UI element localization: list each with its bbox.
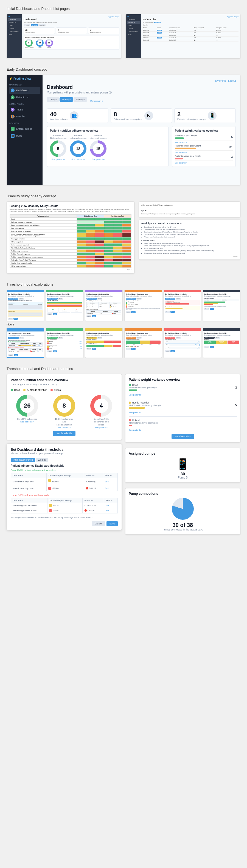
threshold-mini-3: Set Dashboard data thresholds Shows pati…: [85, 290, 123, 321]
my-profile-link[interactable]: My profile: [215, 80, 226, 82]
threshold-footnote: Percentage values between 100% adherence…: [11, 516, 118, 519]
threshold-mini-8: Set Dashboard data thresholds Shows pati…: [46, 328, 83, 358]
variance-good-label: Good: [132, 384, 138, 386]
pump-device-icon: 📱: [176, 458, 190, 470]
variance-goal: Patients at goal weight 5: [175, 134, 233, 141]
variance-under: Patients under goal weight 31: [175, 145, 233, 151]
tab-28days[interactable]: 28 Days: [60, 97, 73, 102]
pump-stat-icon: 📱: [208, 111, 216, 120]
edit-row2[interactable]: Edit: [105, 487, 109, 490]
variance-panel: Patient weight variance overview Patient…: [172, 126, 236, 167]
sidebar-item-hubs[interactable]: ⬛ Hubs: [9, 132, 40, 139]
donut-good-caption: On 100% adherence: [17, 418, 37, 421]
observations-title: Participant's Overall Observations: [141, 222, 238, 225]
tab-7days[interactable]: 7 Days: [47, 97, 59, 102]
see-patients-above[interactable]: See patients ›: [92, 158, 105, 160]
threshold-section1-title: Patient adherence Dashboard thresholds: [11, 464, 118, 467]
cancel-button[interactable]: Cancel: [92, 521, 105, 526]
set-thresholds-btn[interactable]: Set thresholds: [53, 431, 75, 436]
sidebar-item-pumps[interactable]: ⬚ Enteral pumps: [9, 126, 40, 132]
early-dashboard-sidebar: ⚡ Feeding View Main Menu ⌂ Dashboard + P…: [7, 75, 42, 185]
legend-dot-good: [11, 389, 13, 391]
sidebar-item-users[interactable]: 👤 User list: [9, 113, 40, 120]
download-button[interactable]: Download ↓: [90, 100, 103, 102]
edit-row3[interactable]: Edit: [106, 504, 109, 506]
adherence-donut-row: Patients at100% adherence 5 See patients…: [50, 134, 166, 160]
threshold-mini-11: Set Dashboard data thresholds Shows pati…: [164, 328, 201, 358]
legend-dot-critical: [50, 389, 53, 391]
right-panels: Patient weight variance overview Good 5%…: [125, 374, 240, 535]
time-tabs: 7 Days 28 Days 90 Days: [47, 97, 87, 102]
adherence-overview-panel: Patient nutrition adherence overview Dat…: [7, 374, 122, 440]
early-dashboard-mockup: ⚡ Feeding View Main Menu ⌂ Dashboard + P…: [7, 75, 240, 185]
variance-critical-sublabel: 41% under and over goal weight: [129, 422, 158, 424]
see-attention-variance-link[interactable]: See patients ›: [129, 411, 142, 414]
usability-results-table: Participant activity Clinical Viewer Rol…: [10, 214, 132, 268]
home-icon: ⌂: [11, 89, 14, 92]
donut-attention: 8 10-79% adherence andNeeds attention Se…: [53, 395, 75, 429]
variance-critical-label: Critical: [132, 419, 140, 422]
see-patients-below[interactable]: See patients ›: [71, 158, 85, 160]
threshold-tab-weight[interactable]: Weight: [36, 458, 48, 462]
sidebar-section-devices: Devices: [9, 122, 40, 125]
connections-pie-chart: [172, 498, 194, 520]
sidebar-item-dashboard[interactable]: ⌂ Dashboard: [9, 87, 40, 94]
see-good-link[interactable]: See patients ›: [20, 421, 34, 423]
pump-label: Pump B: [178, 476, 188, 479]
dashboard-subtitle: Your patients with prescriptions and ent…: [47, 91, 236, 95]
variance-good: Good 5% under and over goal weight 3 See…: [129, 384, 237, 397]
see-good-variance-link[interactable]: See patients ›: [129, 394, 142, 396]
set-thresholds-variance-btn[interactable]: Set thresholds: [172, 434, 194, 439]
variance-attention: Needs Attention 11-40% under and over go…: [129, 401, 237, 414]
legend-row: Good ⚠ Needs attention Critical: [11, 389, 118, 392]
variance-good-dot: [129, 384, 131, 386]
under100-table: Condition Threshold percentage Show as A…: [11, 498, 118, 514]
sidebar-item-patients[interactable]: + Patient List: [9, 94, 40, 101]
threshold-grid-row2: Set Dashboard data thresholds Shows pati…: [7, 328, 240, 358]
logout-link[interactable]: Logout: [228, 80, 236, 82]
section1-title: Initial Dashboard and Patient List pages: [7, 7, 240, 11]
donut-attention-visual: 8: [53, 395, 75, 417]
pump-num: 30: [181, 472, 185, 476]
variance-attention-sublabel: 11-40% under and over goal weight: [129, 404, 161, 406]
users-icon: 👤: [11, 115, 14, 119]
edit-row4[interactable]: Edit: [106, 509, 109, 512]
variance-attention-dot: [129, 402, 131, 404]
sidebar-item-teams[interactable]: ♟ Teams: [9, 106, 40, 113]
participant-details: Participant's Overall Observations Compl…: [139, 220, 240, 260]
stat-no-prescription: 8 Patients without prescriptions ℞: [111, 108, 172, 123]
stats-row: 40 Your total patients 👥 8 Patients with…: [47, 108, 236, 123]
bottom-panels: Patient nutrition adherence overview Pat…: [47, 126, 236, 167]
variance-attention-label: Needs Attention: [132, 401, 149, 404]
see-attention-link[interactable]: See patients ›: [57, 426, 71, 429]
legend-needs-attention: ⚠ Needs attention: [23, 389, 47, 392]
edit-row1[interactable]: Edit: [105, 480, 109, 483]
variance-good-bar: [129, 390, 137, 391]
connections-label: Pumps connected in the last 28 days: [163, 528, 203, 531]
under100-row-2: Percentage below 100% ≤70% 🔴 Critical Ed…: [11, 508, 118, 513]
threshold-mini-12: Set Dashboard data thresholds Shows pati…: [203, 328, 240, 358]
col-action: Action: [103, 473, 117, 478]
see-critical-variance-link[interactable]: See patients ›: [129, 429, 142, 431]
connections-num: 30 of 38: [173, 522, 193, 528]
see-critical-link[interactable]: See patients ›: [95, 426, 108, 429]
stat-no-pump: 2 Patients not assigned pumps 📱: [174, 108, 236, 123]
app-logo: ⚡ Feeding View: [9, 77, 40, 80]
threshold-mini-10: Set Dashboard data thresholds Shows pati…: [124, 328, 162, 358]
assigned-pumps-panel: Assigned pumps 📱 30 Pump B: [125, 448, 240, 483]
donut-critical-num: 4: [100, 402, 103, 409]
usability-desc: Below is a graph showing results from a …: [10, 208, 132, 213]
over100-label: Over 100% patient adherence thresholds:: [11, 469, 118, 472]
save-button[interactable]: Save: [106, 521, 118, 526]
usability-right-panel: did to as an as Clinical Viewer particip…: [139, 202, 240, 274]
tab-90days[interactable]: 90 Days: [74, 97, 87, 102]
variance-above: Patients above goal weight 4: [175, 155, 233, 161]
top-bar: My profile Logout: [47, 80, 236, 82]
connections-title: Pump connections: [129, 492, 237, 496]
legend-critical: Critical: [50, 389, 62, 392]
over100-row-1: More than x days over ≥110% ⚠ Alerting E…: [11, 478, 118, 486]
see-patients-100[interactable]: See patients ›: [51, 158, 65, 160]
threshold-tab-adherence[interactable]: Patient adherence: [11, 458, 35, 462]
threshold-modal: Set Dashboard data thresholds Shows pati…: [7, 443, 122, 530]
col2-condition: Condition: [11, 498, 47, 503]
